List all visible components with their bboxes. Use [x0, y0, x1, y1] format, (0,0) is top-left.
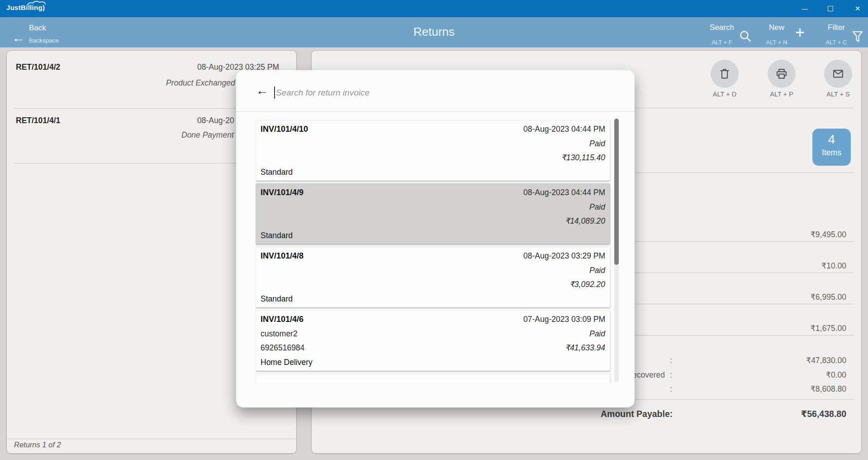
- app-window: JustBilling) — ✕ ← Back Backspace Return…: [0, 0, 868, 460]
- invoice-row-3[interactable]: INV/101/4/808-Aug-2023 03:29 PM Paid ₹3,…: [256, 247, 610, 307]
- invoice-customer: customer2: [261, 327, 298, 341]
- filter-label: Filter: [817, 23, 856, 32]
- invoice-datetime: 07-Aug-2023 03:09 PM: [523, 312, 605, 327]
- invoice-delivery-type: Standard: [261, 229, 293, 243]
- new-label: New: [758, 23, 795, 32]
- command-header: ← Back Backspace Returns Search ALT + F …: [0, 17, 868, 48]
- invoice-id: INV/101/4/8: [261, 249, 304, 264]
- filter-icon[interactable]: [852, 31, 863, 43]
- amount-payable-value: ₹56,438.80: [801, 409, 846, 419]
- summary-colon: :: [670, 370, 672, 380]
- summary-value: ₹8,608.80: [811, 384, 846, 394]
- search-icon[interactable]: [739, 30, 751, 42]
- invoice-status: Paid: [589, 137, 605, 151]
- items-count-badge: 4 Items: [812, 129, 851, 166]
- text-caret: [274, 86, 275, 99]
- filter-shortcut: ALT + C: [817, 39, 856, 46]
- items-count: 4: [812, 133, 851, 147]
- invoice-phone: 6926516984: [261, 341, 304, 355]
- invoice-datetime: 08-Aug-2023 04:44 PM: [523, 122, 605, 137]
- printer-icon: [775, 67, 788, 80]
- minimize-button[interactable]: —: [794, 0, 815, 17]
- summary-value: ₹0.00: [826, 370, 846, 380]
- amount-payable-label: Amount Payable:: [601, 409, 673, 419]
- summary-colon: :: [670, 384, 672, 394]
- envelope-icon: [831, 67, 845, 80]
- invoice-id: INV/101/4/6: [261, 312, 304, 327]
- divider: [236, 111, 635, 112]
- return-datetime: 08-Aug-20: [197, 116, 234, 125]
- invoice-amount: ₹130,115.40: [561, 151, 605, 165]
- new-button[interactable]: New ALT + N: [758, 17, 795, 48]
- search-shortcut: ALT + F: [703, 39, 740, 46]
- line-item-amount: ₹10.00: [821, 261, 846, 271]
- return-status: Done Payment: [181, 130, 234, 140]
- return-id: RET/101/4/2: [16, 62, 60, 72]
- footer-divider: [7, 439, 296, 439]
- invoice-row-1[interactable]: INV/101/4/1008-Aug-2023 04:44 PM Paid ₹1…: [256, 120, 610, 181]
- invoice-amount: ₹3,092.20: [569, 278, 605, 292]
- trash-icon: [718, 67, 731, 80]
- line-item-amount: ₹6,995.00: [811, 292, 846, 302]
- invoice-delivery-type: Standard: [261, 165, 293, 180]
- print-button[interactable]: [768, 60, 796, 88]
- invoice-amount: ₹41,633.94: [565, 341, 605, 355]
- invoice-delivery-type: Home Delivery: [261, 355, 313, 370]
- search-label: Search: [703, 23, 740, 32]
- returns-pagination: Returns 1 of 2: [14, 441, 61, 449]
- new-shortcut: ALT + N: [758, 39, 795, 46]
- invoice-datetime: 08-Aug-2023 03:29 PM: [523, 249, 605, 264]
- list-scrollbar-thumb[interactable]: [614, 119, 619, 265]
- invoice-delivery-type: Standard: [261, 292, 293, 307]
- delete-shortcut: ALT + D: [704, 91, 745, 98]
- return-id: RET/101/4/1: [16, 116, 60, 125]
- invoice-id: INV/101/4/9: [261, 186, 304, 200]
- send-button[interactable]: [824, 60, 852, 88]
- logo-cloud-icon: [26, 1, 47, 6]
- invoice-status: Paid: [589, 200, 605, 215]
- invoice-datetime: 08-Aug-2023 04:44 PM: [523, 186, 605, 200]
- maximize-button[interactable]: [820, 0, 841, 17]
- items-caption: Items: [812, 148, 851, 158]
- titlebar: JustBilling) — ✕: [0, 0, 868, 17]
- line-item-amount: ₹9,495.00: [811, 230, 846, 240]
- print-shortcut: ALT + P: [761, 91, 802, 98]
- return-invoice-search-dialog: ← INV/101/4/1008-Aug-2023 04:44 PM Paid …: [236, 70, 635, 407]
- invoice-row-5-partial[interactable]: [256, 374, 610, 383]
- summary-value: ₹47,830.00: [806, 356, 846, 365]
- send-shortcut: ALT + S: [818, 91, 859, 98]
- close-button[interactable]: ✕: [847, 0, 868, 17]
- invoice-row-2-selected[interactable]: INV/101/4/908-Aug-2023 04:44 PM Paid ₹14…: [256, 183, 610, 244]
- plus-icon[interactable]: +: [795, 24, 805, 41]
- dialog-back-button[interactable]: ←: [256, 84, 268, 98]
- summary-colon: :: [670, 356, 672, 365]
- invoice-status: Paid: [589, 264, 605, 278]
- search-button[interactable]: Search ALT + F: [703, 17, 740, 48]
- invoice-list: INV/101/4/1008-Aug-2023 04:44 PM Paid ₹1…: [256, 118, 620, 383]
- maximize-icon: [828, 6, 833, 11]
- line-item-amount: ₹1,675.00: [811, 324, 846, 333]
- invoice-status: Paid: [589, 327, 605, 341]
- delete-button[interactable]: [711, 60, 739, 88]
- invoice-search-input[interactable]: [276, 85, 565, 101]
- return-status: Product Exchanged: [166, 78, 235, 88]
- invoice-id: INV/101/4/10: [261, 122, 308, 137]
- invoice-amount: ₹14,089.20: [565, 214, 605, 229]
- filter-button[interactable]: Filter ALT + C: [817, 17, 856, 48]
- invoice-row-4[interactable]: INV/101/4/607-Aug-2023 03:09 PM customer…: [256, 310, 610, 371]
